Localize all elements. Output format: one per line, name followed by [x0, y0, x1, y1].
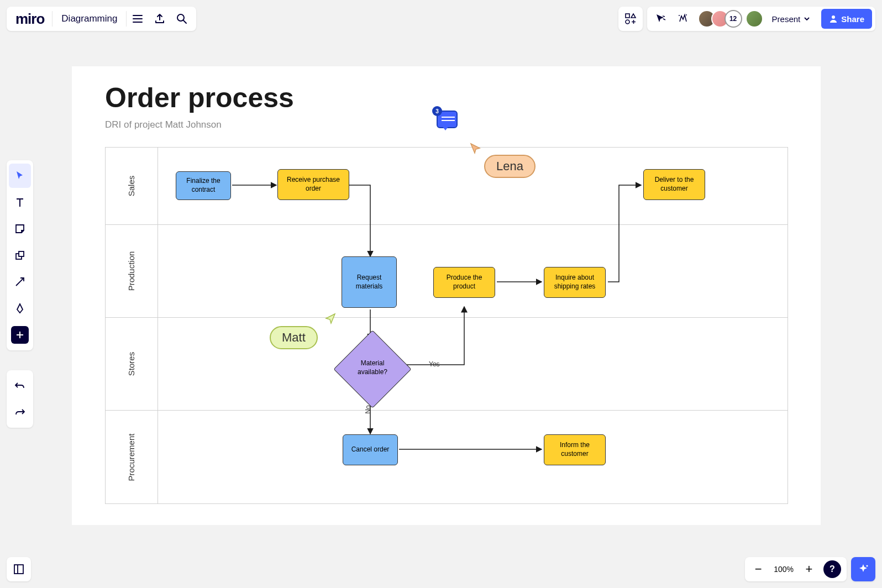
node-request[interactable]: Request materials: [342, 256, 397, 308]
chevron-down-icon: [804, 15, 810, 22]
avatars[interactable]: 12: [698, 10, 763, 28]
node-inquire[interactable]: Inquire about shipping rates: [544, 267, 606, 298]
select-tool[interactable]: [9, 164, 31, 188]
help-button[interactable]: ?: [823, 560, 841, 578]
top-right-controls: 12 Present Share: [618, 7, 875, 31]
edge-label-no: No: [364, 405, 372, 413]
lane-label: Stores: [127, 352, 136, 376]
node-deliver[interactable]: Deliver to the customer: [643, 169, 705, 200]
node-finalize[interactable]: Finalize the contract: [176, 171, 231, 200]
canvas-subtitle[interactable]: DRI of project Matt Johnson: [105, 119, 222, 130]
miro-logo[interactable]: miro: [10, 11, 52, 28]
node-produce[interactable]: Produce the product: [433, 267, 495, 298]
ai-button[interactable]: [851, 557, 875, 581]
shapes-tool[interactable]: [9, 243, 31, 267]
redo-button[interactable]: [9, 400, 31, 424]
canvas-title[interactable]: Order process: [105, 82, 294, 114]
share-label: Share: [841, 14, 864, 24]
hamburger-icon[interactable]: [127, 8, 149, 30]
cursor-bubble-matt: Matt: [270, 326, 318, 349]
left-toolbar: [7, 160, 33, 350]
lane-label: Sales: [127, 176, 136, 197]
sticky-note-tool[interactable]: [9, 217, 31, 241]
svg-point-3: [679, 15, 680, 16]
svg-rect-1: [626, 14, 629, 18]
add-tool[interactable]: [11, 326, 29, 344]
avatar[interactable]: [746, 10, 763, 28]
comment-badge[interactable]: 3: [437, 111, 458, 128]
text-tool[interactable]: [9, 190, 31, 214]
svg-point-5: [832, 15, 835, 19]
header-box: miro Diagramming: [7, 7, 196, 31]
zoom-percent[interactable]: 100%: [770, 565, 797, 574]
avatar-count[interactable]: 12: [725, 10, 742, 28]
node-inform[interactable]: Inform the customer: [544, 434, 606, 465]
comment-count: 3: [432, 106, 442, 116]
svg-point-4: [686, 14, 687, 15]
lane-label: Procurement: [127, 433, 136, 481]
svg-rect-8: [14, 565, 23, 574]
edge-label-yes: Yes: [429, 360, 440, 368]
lane-label: Production: [127, 251, 136, 291]
pen-tool[interactable]: [9, 296, 31, 321]
lane-stores[interactable]: Stores: [106, 318, 788, 411]
zoom-panel: − 100% + ?: [745, 557, 847, 581]
collaboration-panel: 12 Present Share: [647, 7, 875, 31]
person-icon: [829, 14, 838, 23]
search-icon[interactable]: [171, 8, 193, 30]
zoom-out-button[interactable]: −: [748, 559, 768, 579]
frames-panel-button[interactable]: [7, 557, 31, 581]
undo-button[interactable]: [9, 374, 31, 398]
svg-point-0: [177, 14, 184, 21]
present-label: Present: [772, 14, 801, 24]
svg-point-9: [867, 565, 868, 567]
cursor-pointer-icon: [470, 143, 483, 156]
node-receive[interactable]: Receive purchase order: [277, 169, 349, 200]
export-icon[interactable]: [149, 8, 171, 30]
svg-rect-7: [19, 251, 24, 256]
node-cancel[interactable]: Cancel order: [343, 434, 398, 465]
reactions-icon[interactable]: [673, 9, 692, 29]
cursor-bubble-lena: Lena: [484, 155, 536, 178]
bottom-right-controls: − 100% + ?: [745, 557, 875, 581]
lane-procurement[interactable]: Procurement: [106, 411, 788, 503]
share-button[interactable]: Share: [821, 9, 872, 29]
canvas[interactable]: Order process DRI of project Matt Johnso…: [72, 66, 821, 525]
cursor-mode-icon[interactable]: [650, 9, 670, 29]
svg-point-2: [626, 20, 629, 24]
arrow-tool[interactable]: [9, 270, 31, 294]
cursor-pointer-icon: [323, 313, 336, 326]
undo-panel: [7, 370, 33, 428]
present-button[interactable]: Present: [765, 9, 817, 29]
apps-icon[interactable]: [618, 7, 643, 31]
zoom-in-button[interactable]: +: [799, 559, 819, 579]
node-decision-label: Material available?: [345, 359, 400, 376]
board-name[interactable]: Diagramming: [53, 13, 126, 24]
swimlane-grid[interactable]: Sales Production Stores Procurement: [105, 147, 788, 504]
